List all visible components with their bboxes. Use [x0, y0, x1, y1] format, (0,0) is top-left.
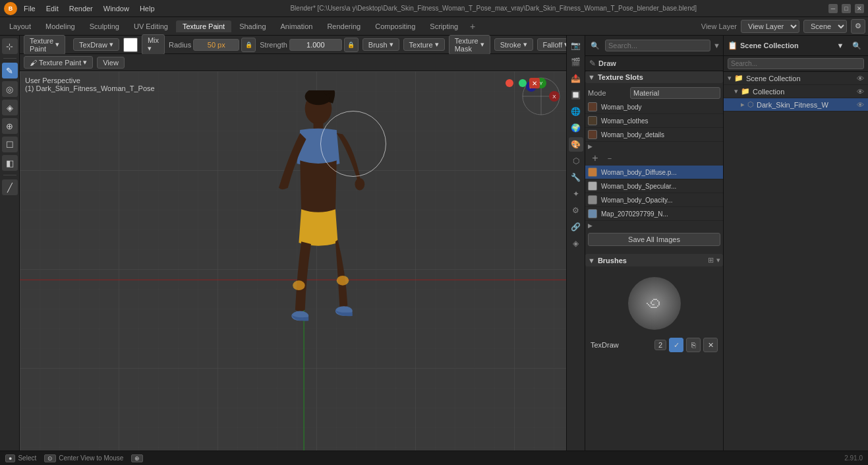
tool-annotate[interactable]: ╱	[2, 179, 18, 195]
viewport-3d[interactable]: User Perspective (1) Dark_Skin_Fitness_W…	[20, 71, 566, 450]
right-panel: 🔍 ▼ ✎ Draw ▼ Texture Slots Mode Material	[585, 36, 723, 450]
view-layer-selector[interactable]: View Layer	[741, 20, 799, 33]
material-name-1: Woman_clothes	[601, 117, 649, 125]
tab-layout[interactable]: Layout	[3, 20, 38, 32]
brushes-header[interactable]: ▼ Brushes ⊞ ▾	[585, 254, 723, 266]
prop-particles-icon[interactable]: ✦	[569, 187, 583, 201]
collection-eye-icon[interactable]: 👁	[857, 88, 864, 96]
outliner-scene-collection[interactable]: ▾ 📁 Scene Collection 👁	[724, 72, 868, 85]
prop-scene-props-icon[interactable]: 🌐	[569, 104, 583, 119]
window-title: Blender* [C:\Users\a y\Desktop\Dark_Skin…	[161, 5, 826, 12]
texture-slot-item-3[interactable]: Map_2070297799_N...	[585, 207, 723, 221]
texture-btn[interactable]: Texture ▾	[403, 38, 445, 51]
tool-draw[interactable]: ✎	[2, 63, 18, 78]
tab-animation[interactable]: Animation	[274, 20, 320, 32]
tab-texture-paint[interactable]: Texture Paint	[176, 20, 231, 32]
strength-lock-icon[interactable]: 🔒	[344, 38, 359, 52]
view-btn[interactable]: View	[97, 57, 125, 69]
brush-preview-circle[interactable]: ꩜	[628, 277, 681, 330]
blender-logo[interactable]: B	[4, 2, 17, 15]
brush-copy-icon[interactable]: ⎘	[686, 338, 701, 352]
menu-help[interactable]: Help	[136, 3, 159, 14]
tab-rendering[interactable]: Rendering	[320, 20, 367, 32]
outliner-search-icon[interactable]: 🔍	[850, 38, 864, 53]
material-item-1[interactable]: Woman_clothes	[585, 114, 723, 128]
menu-render[interactable]: Render	[65, 3, 97, 14]
brush-check-icon[interactable]: ✓	[669, 338, 683, 352]
tab-compositing[interactable]: Compositing	[368, 20, 422, 32]
prop-data-icon[interactable]: ◈	[569, 236, 583, 251]
outliner-filter-icon[interactable]: ▼	[833, 38, 848, 53]
scene-selector[interactable]: Scene	[803, 20, 847, 33]
object-eye-icon[interactable]: 👁	[857, 101, 864, 109]
tool-fill[interactable]: ☐	[2, 137, 18, 152]
workspace-right-controls: View Layer View Layer Scene ⚙	[701, 19, 865, 34]
minimize-button[interactable]: ─	[828, 4, 838, 13]
scene-options-icon[interactable]: ⚙	[851, 19, 865, 34]
prop-modifier-icon[interactable]: 🔧	[569, 170, 583, 185]
texture-name-1: Woman_body_Specular...	[601, 183, 676, 190]
prop-output-icon[interactable]: 📤	[569, 71, 583, 86]
tool-clone[interactable]: ⊕	[2, 118, 18, 134]
navigation-widget[interactable]: X Y Z	[521, 77, 561, 116]
close-button[interactable]: ✕	[855, 4, 864, 13]
menu-file[interactable]: File	[20, 3, 40, 14]
radius-input[interactable]: 50 px	[193, 39, 239, 51]
tool-navigate[interactable]: ⊹	[2, 38, 18, 54]
outliner-collection[interactable]: ▾ 📁 Collection 👁	[724, 85, 868, 98]
tab-sculpting[interactable]: Sculpting	[83, 20, 126, 32]
outliner-search-input[interactable]	[728, 58, 864, 69]
tool-smear[interactable]: ◈	[2, 100, 18, 115]
texture-slots-section: ▼ Texture Slots Mode Material Woman_body…	[585, 71, 723, 249]
add-workspace-button[interactable]: +	[466, 20, 479, 33]
brushes-options-icon[interactable]: ▾	[716, 256, 720, 264]
prop-physics-icon[interactable]: ⚙	[569, 203, 583, 218]
texture-paint-mode-btn[interactable]: 🖌 Texture Paint ▾	[24, 56, 93, 69]
close-dot[interactable]: ✕	[529, 78, 540, 88]
texture-slots-header[interactable]: ▼ Texture Slots	[585, 71, 723, 83]
filter-icon[interactable]: ▼	[713, 42, 720, 49]
brush-btn[interactable]: Brush ▾	[362, 38, 399, 51]
brushes-expand-icon[interactable]: ⊞	[708, 256, 714, 264]
texture-mask-btn[interactable]: Texture Mask ▾	[449, 35, 490, 55]
prop-render-icon[interactable]: 🎬	[569, 55, 583, 69]
object-label: Dark_Skin_Fitness_W	[757, 101, 854, 109]
tool-soften[interactable]: ◎	[2, 81, 18, 97]
texture-slot-item-2[interactable]: Woman_body_Opacity...	[585, 193, 723, 207]
texture-slot-item-0[interactable]: Woman_body_Diffuse.p...	[585, 166, 723, 179]
search-icon[interactable]: 🔍	[588, 38, 602, 53]
color-swatch[interactable]	[123, 38, 138, 52]
prop-scene-icon[interactable]: 📷	[569, 38, 583, 53]
menu-window[interactable]: Window	[100, 3, 133, 14]
strength-input[interactable]: 1.000	[289, 39, 342, 51]
outliner-object[interactable]: ▸ ⬡ Dark_Skin_Fitness_W 👁	[724, 98, 868, 111]
prop-material-icon[interactable]: 🎨	[569, 137, 583, 152]
main-layout: ⊹ ✎ ◎ ◈ ⊕ ☐ ◧ ╱ Texture Paint ▾ TexDraw …	[0, 36, 868, 450]
tab-shading[interactable]: Shading	[233, 20, 272, 32]
mode-dropdown[interactable]: Material	[630, 87, 720, 99]
scene-collection-eye-icon[interactable]: 👁	[857, 75, 864, 82]
prop-object-icon[interactable]: ⬡	[569, 154, 583, 168]
mode-selector[interactable]: Texture Paint ▾	[24, 35, 65, 55]
maximize-button[interactable]: □	[842, 4, 851, 13]
stroke-btn[interactable]: Stroke ▾	[494, 38, 533, 51]
remove-texture-slot-button[interactable]: −	[604, 152, 616, 164]
brush-delete-icon[interactable]: ✕	[703, 338, 718, 352]
prop-constraints-icon[interactable]: 🔗	[569, 220, 583, 234]
texture-slot-item-1[interactable]: Woman_body_Specular...	[585, 179, 723, 193]
prop-world-icon[interactable]: 🌍	[569, 121, 583, 135]
brush-type-selector[interactable]: TexDraw ▾	[73, 38, 119, 51]
menu-edit[interactable]: Edit	[42, 3, 63, 14]
blend-mode-btn[interactable]: Mix ▾	[142, 34, 165, 55]
save-all-images-button[interactable]: Save All Images	[588, 233, 720, 246]
properties-search[interactable]	[605, 40, 710, 51]
tab-uv-editing[interactable]: UV Editing	[127, 20, 175, 32]
material-item-2[interactable]: Woman_body_details	[585, 128, 723, 142]
tool-mask[interactable]: ◧	[2, 155, 18, 171]
radius-lock-icon[interactable]: 🔒	[241, 38, 256, 52]
add-texture-slot-button[interactable]: +	[589, 152, 601, 164]
tab-scripting[interactable]: Scripting	[423, 20, 465, 32]
tab-modeling[interactable]: Modeling	[39, 20, 82, 32]
material-item-0[interactable]: Woman_body	[585, 100, 723, 114]
prop-view-layer-icon[interactable]: 🔲	[569, 88, 583, 102]
